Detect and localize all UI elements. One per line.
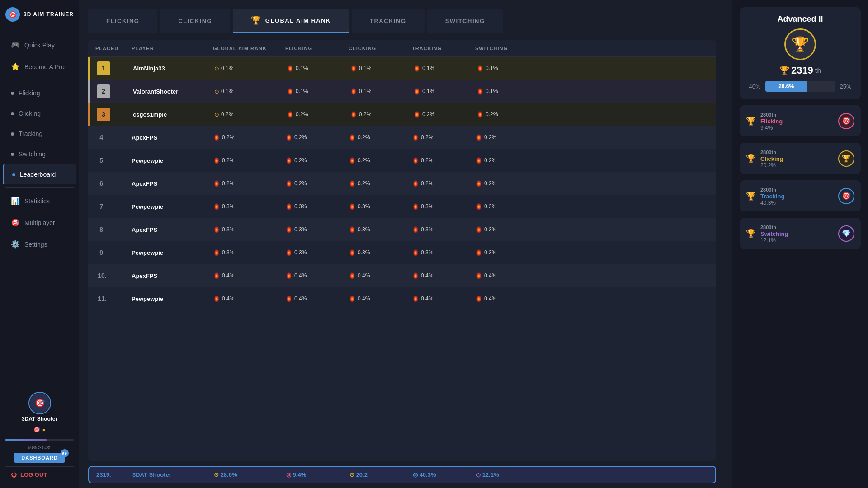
player-cell: ApexFPS <box>132 272 213 279</box>
gar-cell: 🏮 0.3% <box>213 203 285 210</box>
user-table-row: 2319. 3DAT Shooter ⊙ 28.6% ◎ 9.4% ⊙ 20.2… <box>88 466 716 483</box>
gar-icon: 🏮 <box>213 272 220 279</box>
switching-dot <box>11 153 14 156</box>
gar-cell: 🏮 0.3% <box>213 249 285 256</box>
tracking-cell: 🏮 0.3% <box>412 226 475 233</box>
clicking-right-icon: 🏆 <box>838 150 854 167</box>
sidebar-item-multiplayer[interactable]: 🎯 Multiplayer <box>3 212 76 233</box>
flicking-cell-icon: 🏮 <box>285 203 292 210</box>
dashboard-button[interactable]: DASHBOARD 99 <box>14 453 65 463</box>
switching-cell: 🏮 0.3% <box>475 249 538 256</box>
tracking-cell: 🏮 0.2% <box>413 111 476 118</box>
sidebar-divider-2 <box>5 187 74 188</box>
table-body: 1 AimNinja33 ⊙ 0.1% 🏮 0.1% 🏮 0.1% 🏮 0.1%… <box>88 57 716 310</box>
tab-global-aim-rank[interactable]: 🏆 GLOBAL AIM RANK <box>233 9 349 33</box>
clicking-cell-icon: 🏮 <box>350 65 357 72</box>
gar-icon: 🏮 <box>213 134 220 141</box>
flicking-cell-icon: 🏮 <box>285 180 292 187</box>
switching-cell: 🏮 0.3% <box>475 226 538 233</box>
rank-badge-gold: 1 <box>97 61 110 75</box>
sidebar-item-label: Statistics <box>24 197 50 205</box>
flicking-cell-icon: 🏮 <box>287 111 294 118</box>
place-cell: 1 <box>97 61 133 75</box>
sidebar-item-quick-play[interactable]: 🎮 Quick Play <box>3 34 76 56</box>
main-content: FLICKING CLICKING 🏆 GLOBAL AIM RANK TRAC… <box>79 0 725 488</box>
place-cell: 5. <box>95 154 132 167</box>
user-row-gar: ⊙ 28.6% <box>214 471 286 478</box>
rank-number: 2319 <box>791 65 813 76</box>
sidebar-item-flicking[interactable]: Flicking <box>3 83 76 103</box>
table-row: 5. Pewpewpie 🏮 0.2% 🏮 0.2% 🏮 0.2% 🏮 0.2%… <box>88 149 716 172</box>
sidebar-item-become-pro[interactable]: ⭐ Become A Pro <box>3 56 76 77</box>
clicking-rank: 2800th <box>760 148 834 155</box>
sidebar-item-leaderboard[interactable]: Leaderboard <box>3 164 76 184</box>
switching-cell: 🏮 0.1% <box>476 65 540 72</box>
switching-cell: 🏮 0.2% <box>475 180 538 187</box>
switching-cell-icon: 🏮 <box>475 203 482 210</box>
sidebar-logo[interactable]: 🎯 3D AIM TRAINER <box>0 0 79 29</box>
place-cell: 8. <box>95 223 132 236</box>
table-row: 11. Pewpewpie 🏮 0.4% 🏮 0.4% 🏮 0.4% 🏮 0.4… <box>88 287 716 310</box>
logout-label: LOG OUT <box>20 471 47 478</box>
flicking-right-icon: 🎯 <box>838 113 854 129</box>
flicking-cell: 🏮 0.1% <box>287 65 350 72</box>
rank-place: 11. <box>95 292 109 305</box>
tracking-cell-icon: 🏮 <box>412 249 419 256</box>
gar-cell: 🏮 0.2% <box>213 157 285 164</box>
sidebar-item-label: Clicking <box>19 110 41 117</box>
switching-cell-icon: 🏮 <box>476 65 484 72</box>
switching-cell-icon: 🏮 <box>475 180 482 187</box>
player-cell: ApexFPS <box>132 180 213 187</box>
clicking-name: Clicking <box>760 155 834 162</box>
switching-cell-icon: 🏮 <box>476 88 484 95</box>
leaderboard-table: PLACED PLAYER GLOBAL AIM RANK FLICKING C… <box>88 40 716 461</box>
rank-pct-right: 25% <box>838 83 854 90</box>
sidebar-item-switching[interactable]: Switching <box>3 144 76 164</box>
tracking-cell-icon: 🏮 <box>413 65 420 72</box>
sidebar-item-clicking[interactable]: Clicking <box>3 103 76 123</box>
flicking-cell: 🏮 0.2% <box>285 134 349 141</box>
sidebar-item-label: Quick Play <box>24 42 55 49</box>
user-progress-bar <box>5 439 74 441</box>
tracking-cell: 🏮 0.1% <box>413 65 476 72</box>
clicking-cell: 🏮 0.4% <box>349 296 412 302</box>
switching-cell: 🏮 0.4% <box>475 272 538 279</box>
rank-place: 5. <box>95 154 109 167</box>
place-cell: 6. <box>95 177 132 190</box>
become-pro-icon: ⭐ <box>11 62 20 71</box>
switching-right-icon: 💎 <box>838 225 854 242</box>
col-placed: PLACED <box>95 46 132 51</box>
tracking-cell-icon: 🏮 <box>412 203 419 210</box>
user-rank-icon: 🎯 <box>33 427 40 433</box>
tab-tracking[interactable]: TRACKING <box>352 9 425 33</box>
flicking-cell-icon: 🏮 <box>285 249 292 256</box>
switching-trophy-icon: 🏆 <box>746 229 756 239</box>
table-row: 9. Pewpewpie 🏮 0.3% 🏮 0.3% 🏮 0.3% 🏮 0.3%… <box>88 241 716 264</box>
flicking-cell: 🏮 0.4% <box>285 296 349 302</box>
clicking-cell-icon: 🏮 <box>349 226 356 233</box>
player-cell: Pewpewpie <box>132 203 213 210</box>
tab-clicking[interactable]: CLICKING <box>160 9 230 33</box>
switching-cell: 🏮 0.2% <box>475 134 538 141</box>
gar-icon: 🏮 <box>213 180 220 187</box>
flicking-cell-icon: 🏮 <box>285 134 292 141</box>
sidebar-bottom: 🎯 3DAT Shooter 🎯 ● 60% > 50% DASHBOARD 9… <box>0 384 79 488</box>
sidebar-item-settings[interactable]: ⚙️ Settings <box>3 234 76 255</box>
sidebar-item-label: Multiplayer <box>24 219 55 226</box>
gar-cell: 🏮 0.2% <box>213 180 285 187</box>
table-header: PLACED PLAYER GLOBAL AIM RANK FLICKING C… <box>88 40 716 57</box>
rank-badge-bronze: 3 <box>97 108 110 121</box>
flicking-cell: 🏮 0.1% <box>287 88 350 95</box>
user-row-switching: ◇ 12.1% <box>476 471 539 478</box>
table-row: 8. ApexFPS 🏮 0.3% 🏮 0.3% 🏮 0.3% 🏮 0.3% 🏮… <box>88 218 716 241</box>
user-row-flicking: ◎ 9.4% <box>286 471 349 478</box>
sidebar-item-label: Leaderboard <box>20 171 56 178</box>
tab-switching[interactable]: SWITCHING <box>427 9 503 33</box>
logo-icon: 🎯 <box>5 7 20 22</box>
logout-button[interactable]: ⏻ LOG OUT <box>5 466 74 483</box>
gar-icon: ⊙ <box>214 65 219 72</box>
tab-flicking[interactable]: FLICKING <box>88 9 157 33</box>
place-cell: 10. <box>95 269 132 282</box>
sidebar-item-statistics[interactable]: 📊 Statistics <box>3 190 76 211</box>
sidebar-item-tracking[interactable]: Tracking <box>3 124 76 144</box>
